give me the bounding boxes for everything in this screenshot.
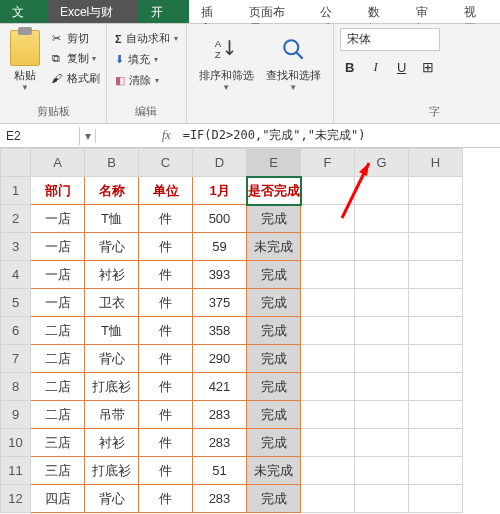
cell-F4[interactable] bbox=[301, 261, 355, 289]
cell-F10[interactable] bbox=[301, 429, 355, 457]
row-header-11[interactable]: 11 bbox=[1, 457, 31, 485]
clear-button[interactable]: ◧ 清除 ▾ bbox=[115, 70, 178, 91]
cell-H2[interactable] bbox=[409, 205, 463, 233]
cell-E7[interactable]: 完成 bbox=[247, 345, 301, 373]
cell-B2[interactable]: T恤 bbox=[85, 205, 139, 233]
row-header-6[interactable]: 6 bbox=[1, 317, 31, 345]
row-header-5[interactable]: 5 bbox=[1, 289, 31, 317]
cell-C3[interactable]: 件 bbox=[139, 233, 193, 261]
cell-D4[interactable]: 393 bbox=[193, 261, 247, 289]
header-cell-D1[interactable]: 1月 bbox=[193, 177, 247, 205]
row-header-4[interactable]: 4 bbox=[1, 261, 31, 289]
cell-D12[interactable]: 283 bbox=[193, 485, 247, 513]
cell-F3[interactable] bbox=[301, 233, 355, 261]
cell-G7[interactable] bbox=[355, 345, 409, 373]
cell-F2[interactable] bbox=[301, 205, 355, 233]
cell-G9[interactable] bbox=[355, 401, 409, 429]
header-cell-A1[interactable]: 部门 bbox=[31, 177, 85, 205]
cell-E3[interactable]: 未完成 bbox=[247, 233, 301, 261]
name-box[interactable]: E2 bbox=[0, 127, 80, 145]
cell-G11[interactable] bbox=[355, 457, 409, 485]
cell-E12[interactable]: 完成 bbox=[247, 485, 301, 513]
cell-H1[interactable] bbox=[409, 177, 463, 205]
cell-A11[interactable]: 三店 bbox=[31, 457, 85, 485]
cell-B3[interactable]: 背心 bbox=[85, 233, 139, 261]
col-header-A[interactable]: A bbox=[31, 149, 85, 177]
cell-D3[interactable]: 59 bbox=[193, 233, 247, 261]
cell-G8[interactable] bbox=[355, 373, 409, 401]
cell-H3[interactable] bbox=[409, 233, 463, 261]
cell-G10[interactable] bbox=[355, 429, 409, 457]
col-header-E[interactable]: E bbox=[247, 149, 301, 177]
cell-F6[interactable] bbox=[301, 317, 355, 345]
row-header-2[interactable]: 2 bbox=[1, 205, 31, 233]
formula-input[interactable]: =IF(D2>200,"完成","未完成") bbox=[177, 125, 500, 146]
cell-H5[interactable] bbox=[409, 289, 463, 317]
cell-G1[interactable] bbox=[355, 177, 409, 205]
tab-review[interactable]: 审阅 bbox=[404, 0, 452, 23]
cell-G12[interactable] bbox=[355, 485, 409, 513]
spreadsheet-grid[interactable]: ABCDEFGH1部门名称单位1月是否完成2一店T恤件500完成3一店背心件59… bbox=[0, 148, 500, 513]
cell-B5[interactable]: 卫衣 bbox=[85, 289, 139, 317]
menu-addon[interactable]: Excel与财务 bbox=[48, 0, 137, 23]
cell-H6[interactable] bbox=[409, 317, 463, 345]
cell-D10[interactable]: 283 bbox=[193, 429, 247, 457]
cell-D2[interactable]: 500 bbox=[193, 205, 247, 233]
tab-home[interactable]: 开始 bbox=[137, 0, 189, 23]
tab-data[interactable]: 数据 bbox=[356, 0, 404, 23]
col-header-B[interactable]: B bbox=[85, 149, 139, 177]
cell-A3[interactable]: 一店 bbox=[31, 233, 85, 261]
row-header-9[interactable]: 9 bbox=[1, 401, 31, 429]
col-header-C[interactable]: C bbox=[139, 149, 193, 177]
cell-B11[interactable]: 打底衫 bbox=[85, 457, 139, 485]
italic-button[interactable]: I bbox=[366, 57, 386, 77]
cell-D5[interactable]: 375 bbox=[193, 289, 247, 317]
cell-H4[interactable] bbox=[409, 261, 463, 289]
cell-B7[interactable]: 背心 bbox=[85, 345, 139, 373]
row-header-8[interactable]: 8 bbox=[1, 373, 31, 401]
cell-C7[interactable]: 件 bbox=[139, 345, 193, 373]
copy-button[interactable]: ⧉ 复制 ▾ bbox=[48, 48, 100, 68]
cell-E2[interactable]: 完成 bbox=[247, 205, 301, 233]
cell-F7[interactable] bbox=[301, 345, 355, 373]
cell-A9[interactable]: 二店 bbox=[31, 401, 85, 429]
sort-filter-button[interactable]: AZ 排序和筛选 ▼ bbox=[193, 28, 260, 96]
cell-E5[interactable]: 完成 bbox=[247, 289, 301, 317]
cell-F12[interactable] bbox=[301, 485, 355, 513]
cell-B10[interactable]: 衬衫 bbox=[85, 429, 139, 457]
cell-F11[interactable] bbox=[301, 457, 355, 485]
name-box-dropdown[interactable]: ▾ bbox=[80, 129, 96, 143]
cell-G2[interactable] bbox=[355, 205, 409, 233]
row-header-10[interactable]: 10 bbox=[1, 429, 31, 457]
cell-H9[interactable] bbox=[409, 401, 463, 429]
cell-B4[interactable]: 衬衫 bbox=[85, 261, 139, 289]
cell-A2[interactable]: 一店 bbox=[31, 205, 85, 233]
cut-button[interactable]: ✂ 剪切 bbox=[48, 28, 100, 48]
underline-button[interactable]: U bbox=[392, 57, 412, 77]
cell-D8[interactable]: 421 bbox=[193, 373, 247, 401]
cell-D11[interactable]: 51 bbox=[193, 457, 247, 485]
cell-C5[interactable]: 件 bbox=[139, 289, 193, 317]
menu-file[interactable]: 文件 bbox=[0, 0, 48, 23]
bold-button[interactable]: B bbox=[340, 57, 360, 77]
tab-layout[interactable]: 页面布局 bbox=[237, 0, 309, 23]
cell-A12[interactable]: 四店 bbox=[31, 485, 85, 513]
cell-D6[interactable]: 358 bbox=[193, 317, 247, 345]
cell-C12[interactable]: 件 bbox=[139, 485, 193, 513]
row-header-1[interactable]: 1 bbox=[1, 177, 31, 205]
cell-C2[interactable]: 件 bbox=[139, 205, 193, 233]
cell-D7[interactable]: 290 bbox=[193, 345, 247, 373]
cell-G4[interactable] bbox=[355, 261, 409, 289]
tab-view[interactable]: 视图 bbox=[452, 0, 500, 23]
cell-C11[interactable]: 件 bbox=[139, 457, 193, 485]
cell-C10[interactable]: 件 bbox=[139, 429, 193, 457]
header-cell-C1[interactable]: 单位 bbox=[139, 177, 193, 205]
cell-H10[interactable] bbox=[409, 429, 463, 457]
cell-H12[interactable] bbox=[409, 485, 463, 513]
cell-G3[interactable] bbox=[355, 233, 409, 261]
cell-C6[interactable]: 件 bbox=[139, 317, 193, 345]
cell-F5[interactable] bbox=[301, 289, 355, 317]
row-header-12[interactable]: 12 bbox=[1, 485, 31, 513]
cell-E8[interactable]: 完成 bbox=[247, 373, 301, 401]
cell-H11[interactable] bbox=[409, 457, 463, 485]
